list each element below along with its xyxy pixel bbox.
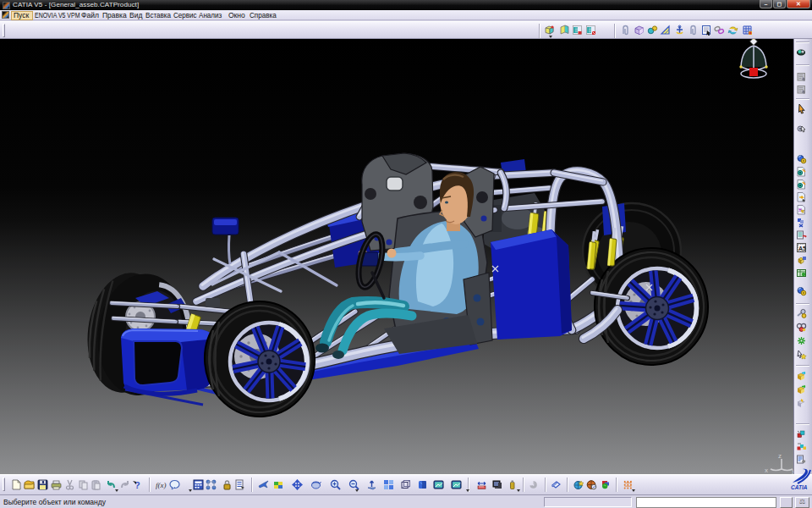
svg-text:A5: A5	[798, 246, 806, 251]
svg-text:f(x): f(x)	[156, 481, 167, 489]
svg-text:z: z	[778, 452, 782, 460]
svg-text:x: x	[765, 467, 768, 474]
svg-text:CATIA: CATIA	[791, 484, 808, 490]
